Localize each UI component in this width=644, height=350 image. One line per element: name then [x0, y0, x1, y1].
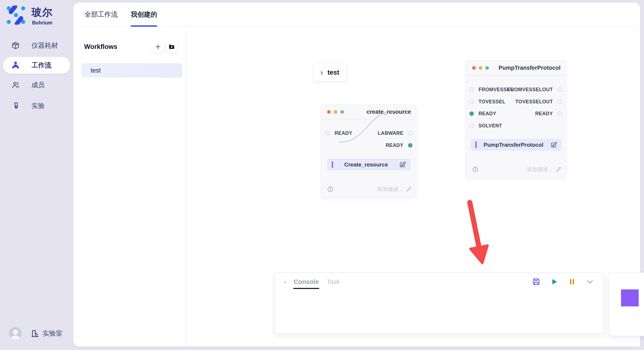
workflow-icon: [12, 61, 20, 69]
port-label: SOLVENT: [478, 123, 502, 129]
sidebar-menu: 仪器耗材 工作流 成员 实验: [0, 36, 73, 115]
console-expand-icon[interactable]: ›: [284, 278, 286, 286]
output-port-ready[interactable]: READY: [386, 143, 412, 148]
tab-label: 我创建的: [131, 10, 157, 19]
input-port-fromvessel[interactable]: FROMVESSEL: [469, 87, 513, 93]
port-dot-icon[interactable]: [558, 100, 562, 104]
port-dot-icon[interactable]: [326, 131, 330, 136]
add-workflow-button[interactable]: [152, 41, 164, 52]
port-dot-icon[interactable]: [469, 87, 474, 92]
port-label: TOVESSEL: [478, 99, 505, 105]
port-dot-icon[interactable]: [558, 87, 562, 92]
info-icon[interactable]: [472, 166, 478, 173]
sidebar-item-members[interactable]: 成员: [0, 76, 73, 94]
output-port-fromvesselout[interactable]: FROMVESSELOUT: [507, 87, 562, 93]
edit-icon[interactable]: [550, 141, 557, 148]
input-port-ready[interactable]: READY: [326, 130, 352, 136]
pill-label: PumpTransferProtocol: [476, 142, 550, 148]
lab-label: 实验室: [42, 329, 62, 338]
breadcrumb[interactable]: › test: [313, 64, 347, 81]
chevron-down-icon[interactable]: [586, 278, 594, 286]
sidebar-item-label: 成员: [32, 81, 45, 90]
lab-switcher[interactable]: 实验室: [31, 329, 62, 338]
output-port-labware[interactable]: LABWARE: [378, 130, 412, 136]
user-avatar[interactable]: [9, 327, 22, 340]
input-port-tovessel[interactable]: TOVESSEL: [469, 99, 505, 105]
building-icon: [31, 329, 39, 338]
node-pill-create-resource[interactable]: Create_resource: [327, 159, 410, 171]
plus-icon: [155, 44, 161, 50]
traffic-light-dots: [327, 110, 344, 114]
dot-green-icon: [340, 110, 344, 114]
workflow-list-item[interactable]: test: [81, 63, 182, 78]
port-dot-connected-icon[interactable]: [408, 143, 412, 148]
test-tube-icon: [12, 102, 20, 110]
brand-logo: 玻尔 Bohrium: [6, 5, 53, 26]
workflow-list-panel: Workflows test: [73, 26, 186, 347]
sidebar-item-experiments[interactable]: 实验: [0, 97, 73, 115]
console-panel: › Console Task: [274, 272, 604, 334]
dot-yellow-icon: [479, 66, 482, 70]
import-folder-button[interactable]: [166, 41, 178, 52]
workflows-title: Workflows: [84, 43, 117, 51]
pencil-icon[interactable]: [556, 167, 561, 173]
dot-red-icon: [472, 66, 476, 70]
node-pill-pump-transfer[interactable]: PumpTransferProtocol: [471, 139, 562, 151]
tab-label: 全部工作流: [84, 10, 118, 19]
edit-icon[interactable]: [399, 161, 406, 168]
dot-red-icon: [327, 110, 331, 114]
sidebar-item-consumables[interactable]: 仪器耗材: [0, 36, 73, 55]
pencil-icon[interactable]: [406, 186, 412, 192]
pause-icon[interactable]: [568, 278, 576, 286]
description-placeholder[interactable]: 添加描述...: [377, 186, 403, 193]
port-label: LABWARE: [378, 130, 403, 136]
port-label: READY: [478, 111, 496, 117]
node-create-resource[interactable]: create_resource READY LABWARE READY Crea…: [321, 104, 416, 197]
console-tab-label: Console: [294, 278, 319, 285]
task-tab[interactable]: Task: [326, 273, 340, 291]
console-tab[interactable]: Console: [294, 273, 319, 291]
port-dot-icon[interactable]: [469, 100, 474, 104]
workflow-canvas[interactable]: › test 美化: [187, 26, 640, 347]
workflow-tabs: 全部工作流 我创建的: [73, 2, 640, 26]
workflow-item-name: test: [91, 67, 101, 74]
node-title: PumpTransferProtocol: [498, 65, 560, 71]
minimap[interactable]: [608, 272, 644, 336]
run-icon[interactable]: [550, 278, 558, 286]
port-dot-icon[interactable]: [469, 124, 474, 128]
breadcrumb-label: test: [328, 69, 339, 76]
port-label: READY: [535, 111, 553, 117]
node-pump-transfer-protocol[interactable]: PumpTransferProtocol FROMVESSEL TOVESSEL…: [466, 60, 566, 177]
port-dot-icon[interactable]: [558, 111, 562, 116]
dot-green-icon: [485, 66, 489, 70]
port-dot-icon[interactable]: [408, 131, 412, 136]
package-icon: [12, 41, 20, 49]
node-header: PumpTransferProtocol: [466, 61, 566, 75]
sidebar: 玻尔 Bohrium 仪器耗材 工作流 成员: [0, 0, 73, 350]
output-port-ready[interactable]: READY: [535, 111, 562, 117]
node-title: create_resource: [366, 109, 411, 115]
port-label: READY: [334, 130, 352, 136]
input-port-solvent[interactable]: SOLVENT: [469, 123, 502, 129]
description-placeholder[interactable]: 添加描述...: [527, 166, 552, 173]
save-icon[interactable]: [532, 278, 540, 286]
brand-name-zh: 玻尔: [32, 5, 53, 19]
traffic-light-dots: [472, 66, 489, 70]
task-tab-label: Task: [326, 278, 340, 285]
port-dot-connected-icon[interactable]: [469, 111, 474, 116]
sidebar-item-label: 仪器耗材: [32, 41, 58, 50]
sidebar-item-label: 实验: [32, 101, 45, 110]
members-icon: [12, 81, 20, 89]
pill-label: Create_resource: [333, 161, 399, 168]
info-icon[interactable]: [327, 186, 334, 192]
output-port-tovesselout[interactable]: TOVESSELOUT: [515, 99, 562, 105]
tab-all-workflows[interactable]: 全部工作流: [84, 2, 118, 26]
folder-download-icon: [168, 43, 175, 50]
node-footer: 添加描述...: [327, 186, 412, 193]
tab-my-created[interactable]: 我创建的: [131, 2, 157, 26]
main-panel: 全部工作流 我创建的 Workflows test: [73, 2, 640, 347]
minimap-node-rect: [621, 289, 639, 306]
sidebar-item-workflow[interactable]: 工作流: [3, 57, 70, 74]
input-port-ready[interactable]: READY: [469, 111, 496, 117]
dot-yellow-icon: [334, 110, 337, 114]
